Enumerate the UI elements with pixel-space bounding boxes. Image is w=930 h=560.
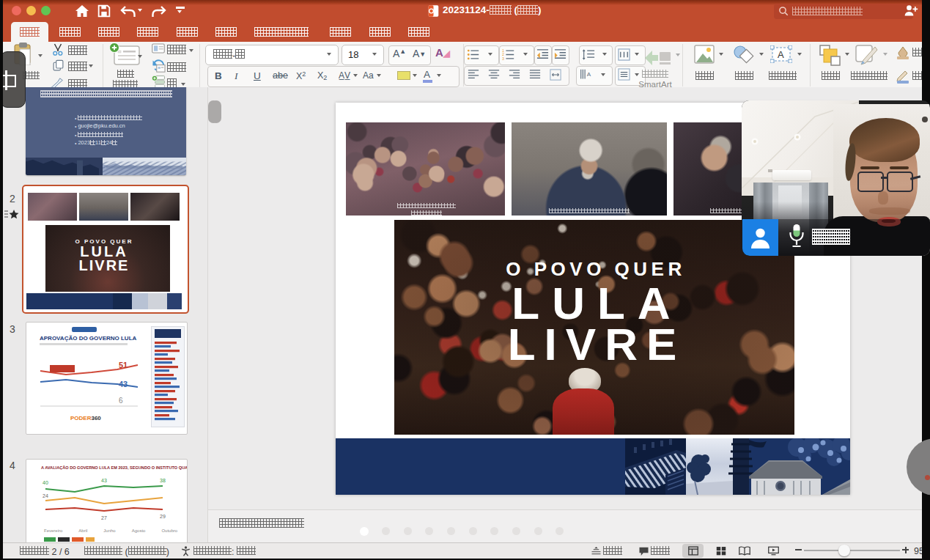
svg-text:3: 3 xyxy=(502,56,504,61)
svg-text:51: 51 xyxy=(119,361,128,369)
svg-text:40: 40 xyxy=(43,480,48,485)
svg-text:43: 43 xyxy=(101,478,107,483)
svg-text:6: 6 xyxy=(119,397,123,405)
svg-text:A: A xyxy=(587,71,591,78)
svg-text:24: 24 xyxy=(43,493,48,498)
svg-text:29: 29 xyxy=(160,514,166,519)
svg-text:38: 38 xyxy=(160,478,166,483)
svg-text:27: 27 xyxy=(101,515,107,520)
svg-text:A: A xyxy=(778,49,784,60)
svg-text:43: 43 xyxy=(119,380,128,388)
